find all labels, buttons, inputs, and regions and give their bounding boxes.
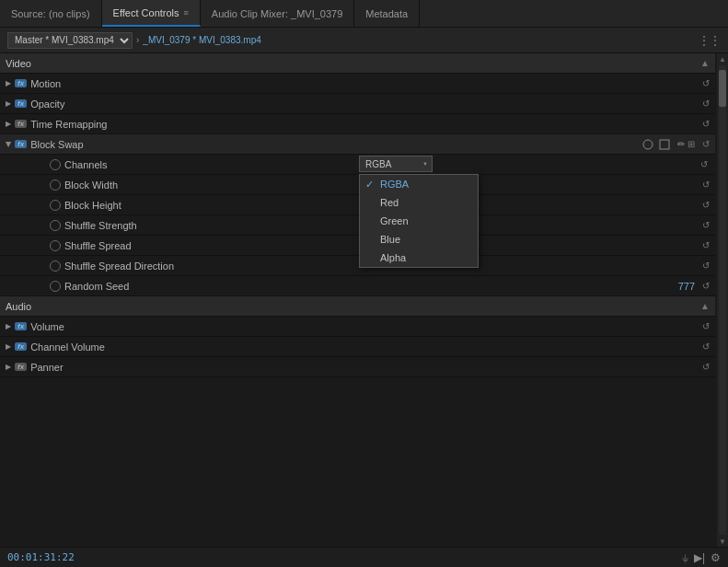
master-clip-select[interactable]: Master * MVI_0383.mp4 — [7, 32, 133, 49]
block-height-row: Block Height ↺ — [0, 195, 715, 215]
channels-reset[interactable]: ↺ — [700, 159, 710, 169]
shuffle-spread-row: Shuffle Spread ↺ — [0, 236, 715, 256]
channels-dropdown-btn[interactable]: RGBA — [359, 156, 433, 172]
opacity-reset[interactable]: ↺ — [702, 98, 710, 109]
volume-row: ▶ fx Volume ↺ — [0, 317, 715, 337]
panner-row: ▶ fx Panner ↺ — [0, 357, 715, 377]
timecode-display: 00:01:31:22 — [7, 551, 75, 563]
shuffle-spread-direction-row: Shuffle Spread Direction ↺ — [0, 256, 715, 276]
channels-dropdown-menu: RGBA Red Green Blue Alpha — [359, 174, 479, 268]
random-seed-label: Random Seed — [64, 281, 678, 292]
scrollbar-thumb[interactable] — [719, 70, 726, 107]
channels-row: Channels RGBA RGBA Red Green — [0, 155, 715, 175]
circle-shape-icon[interactable] — [641, 138, 654, 151]
section-header-right: ▲ — [697, 58, 710, 68]
panner-reset[interactable]: ↺ — [702, 362, 710, 372]
rows-content: Video ▲ ▶ fx Motion ↺ ▶ fx Opacity ↺ — [0, 53, 728, 377]
clip-label: _MVI_0379 * MVI_0383.mp4 — [143, 35, 260, 45]
shuffle-spread-direction-reset[interactable]: ↺ — [702, 260, 710, 271]
tab-bar: Source: (no clips) Effect Controls ≡ Aud… — [0, 0, 728, 28]
volume-reset[interactable]: ↺ — [702, 321, 710, 331]
sub-header: Master * MVI_0383.mp4 › _MVI_0379 * MVI_… — [0, 28, 728, 53]
motion-chevron[interactable]: ▶ — [6, 79, 11, 87]
time-remapping-fx-badge: fx — [15, 120, 27, 128]
motion-row: ▶ fx Motion ↺ — [0, 74, 715, 94]
shuffle-strength-knob-icon — [50, 220, 61, 231]
video-section-header: Video ▲ — [0, 53, 715, 74]
block-swap-fx-badge: fx — [15, 140, 27, 148]
audio-section-header: Audio ▲ — [0, 296, 715, 317]
channel-volume-row: ▶ fx Channel Volume ↺ — [0, 337, 715, 357]
audio-section-scroll-up[interactable]: ▲ — [700, 301, 710, 311]
play-to-icon[interactable]: ▶| — [694, 551, 705, 564]
block-swap-label: Block Swap — [30, 139, 638, 150]
channel-volume-chevron[interactable]: ▶ — [6, 342, 11, 351]
tab-metadata[interactable]: Metadata — [354, 0, 420, 27]
channels-dropdown-container: RGBA RGBA Red Green Blue — [359, 156, 433, 172]
svg-point-0 — [643, 140, 653, 149]
audio-section-header-right: ▲ — [697, 301, 710, 311]
scroll-up-arrow[interactable]: ▲ — [717, 53, 728, 64]
channel-volume-fx-badge: fx — [15, 342, 27, 351]
block-height-knob-icon — [50, 200, 61, 211]
block-swap-reset[interactable]: ↺ — [702, 139, 710, 149]
random-seed-reset[interactable]: ↺ — [702, 281, 710, 291]
panner-fx-badge: fx — [15, 363, 27, 371]
random-seed-knob-icon — [50, 281, 61, 292]
dropdown-item-rgba[interactable]: RGBA — [360, 175, 478, 193]
tab-close-icon[interactable]: ≡ — [184, 8, 189, 17]
settings-icon[interactable]: ⚙ — [711, 551, 721, 564]
channel-volume-reset[interactable]: ↺ — [702, 341, 710, 352]
tab-source[interactable]: Source: (no clips) — [0, 0, 102, 27]
random-seed-row: Random Seed 777 ↺ — [0, 276, 715, 296]
opacity-row: ▶ fx Opacity ↺ — [0, 94, 715, 114]
channel-volume-label: Channel Volume — [30, 341, 699, 353]
shuffle-strength-row: Shuffle Strength ↺ — [0, 215, 715, 236]
time-remapping-reset[interactable]: ↺ — [702, 119, 710, 129]
shuffle-strength-reset[interactable]: ↺ — [702, 220, 710, 230]
time-remapping-chevron[interactable]: ▶ — [6, 120, 11, 128]
shuffle-spread-reset[interactable]: ↺ — [702, 240, 710, 250]
block-swap-shape-icons: ✏ — [641, 138, 688, 151]
bottom-icons: ⏚ ▶| ⚙ — [682, 551, 721, 564]
square-shape-icon[interactable] — [658, 138, 671, 151]
time-remapping-row: ▶ fx Time Remapping ↺ — [0, 114, 715, 134]
scrollbar-track[interactable] — [719, 65, 726, 535]
dropdown-item-blue[interactable]: Blue — [360, 230, 478, 249]
tab-effect-controls[interactable]: Effect Controls ≡ — [102, 0, 201, 27]
more-options-icon[interactable]: ⋮⋮ — [699, 34, 721, 47]
volume-chevron[interactable]: ▶ — [6, 322, 11, 330]
dropdown-item-green[interactable]: Green — [360, 212, 478, 230]
motion-fx-badge: fx — [15, 79, 27, 87]
block-width-row: Block Width ↺ — [0, 175, 715, 195]
block-width-reset[interactable]: ↺ — [702, 179, 710, 190]
block-height-reset[interactable]: ↺ — [702, 200, 710, 210]
dropdown-item-alpha[interactable]: Alpha — [360, 249, 478, 267]
dropdown-item-red[interactable]: Red — [360, 193, 478, 212]
svg-rect-1 — [660, 140, 669, 149]
panner-chevron[interactable]: ▶ — [6, 363, 11, 371]
motion-reset[interactable]: ↺ — [702, 78, 710, 88]
volume-fx-badge: fx — [15, 322, 27, 330]
shuffle-spread-knob-icon — [50, 240, 61, 251]
block-swap-chevron[interactable]: ▶ — [5, 142, 13, 147]
scroll-down-arrow[interactable]: ▼ — [717, 536, 728, 547]
volume-label: Volume — [30, 321, 699, 332]
block-width-knob-icon — [50, 179, 61, 191]
panner-label: Panner — [30, 362, 699, 373]
block-swap-add[interactable]: ⊞ — [688, 139, 695, 149]
opacity-chevron[interactable]: ▶ — [6, 99, 11, 108]
pencil-shape-icon[interactable]: ✏ — [675, 138, 688, 151]
rows-wrapper: Video ▲ ▶ fx Motion ↺ ▶ fx Opacity ↺ — [0, 53, 728, 547]
scrollbar-right[interactable]: ▲ ▼ — [717, 53, 728, 547]
tab-audio-clip-mixer[interactable]: Audio Clip Mixer: _MVI_0379 — [201, 0, 354, 27]
opacity-fx-badge: fx — [15, 99, 27, 108]
block-swap-row: ▶ fx Block Swap ✏ ⊞ ↺ — [0, 134, 715, 155]
random-seed-value[interactable]: 777 — [678, 281, 699, 292]
motion-label: Motion — [30, 78, 699, 89]
shuffle-spread-direction-knob-icon — [50, 260, 61, 272]
filter-icon[interactable]: ⏚ — [682, 551, 688, 564]
separator: › — [136, 35, 139, 45]
section-scroll-up[interactable]: ▲ — [700, 58, 710, 68]
bottom-bar: 00:01:31:22 ⏚ ▶| ⚙ — [0, 547, 728, 567]
